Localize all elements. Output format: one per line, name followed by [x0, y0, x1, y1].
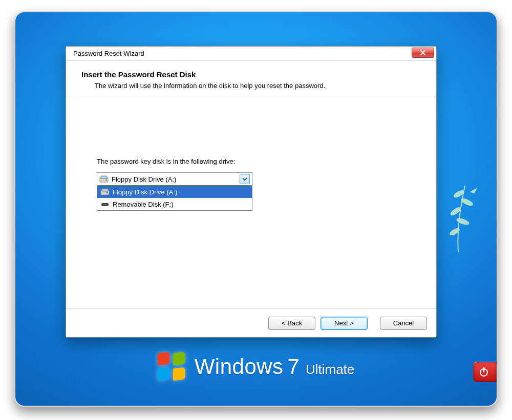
back-button[interactable]: < Back — [268, 317, 315, 330]
svg-point-0 — [449, 228, 460, 236]
next-button[interactable]: Next > — [321, 317, 368, 330]
drive-combobox-value: Floppy Disk Drive (A:) — [112, 175, 240, 183]
drive-combobox-field[interactable]: Floppy Disk Drive (A:) — [97, 172, 252, 186]
svg-point-1 — [456, 217, 469, 226]
wizard-heading: Insert the Password Reset Disk — [81, 70, 421, 79]
drive-option-floppy[interactable]: Floppy Disk Drive (A:) — [97, 186, 252, 198]
power-icon — [478, 366, 489, 378]
drive-combobox-list: Floppy Disk Drive (A:) Removable Disk (F… — [97, 186, 252, 211]
os-branding: Windows7 Ultimate — [158, 352, 355, 381]
removable-disk-icon — [100, 201, 110, 208]
cancel-button[interactable]: Cancel — [380, 317, 427, 330]
drive-option-label: Floppy Disk Drive (A:) — [113, 188, 177, 196]
windows-flag-icon — [158, 352, 186, 381]
drive-option-removable[interactable]: Removable Disk (F:) — [97, 198, 252, 210]
svg-point-2 — [450, 206, 462, 216]
wizard-description: The wizard will use the information on t… — [95, 82, 421, 90]
svg-rect-7 — [105, 180, 107, 181]
brand-version: 7 — [288, 355, 300, 379]
svg-rect-6 — [101, 176, 107, 179]
floppy-drive-icon — [99, 175, 109, 183]
wizard-footer: < Back Next > Cancel — [66, 308, 436, 337]
drive-option-label: Removable Disk (F:) — [113, 201, 173, 208]
wizard-header: Insert the Password Reset Disk The wizar… — [66, 61, 436, 97]
floppy-drive-icon — [100, 188, 110, 195]
window-title: Password Reset Wizard — [73, 50, 144, 57]
decoration-plant — [430, 170, 486, 252]
svg-point-3 — [460, 197, 473, 206]
wizard-body: The password key disk is in the followin… — [66, 97, 436, 308]
chevron-down-icon[interactable] — [240, 174, 250, 184]
svg-rect-10 — [106, 192, 108, 193]
brand-name: Windows — [195, 355, 284, 379]
brand-edition: Ultimate — [306, 362, 354, 378]
svg-rect-12 — [102, 204, 108, 206]
close-icon — [420, 50, 426, 56]
power-button[interactable] — [473, 362, 497, 382]
title-bar[interactable]: Password Reset Wizard — [66, 47, 436, 61]
password-reset-wizard-window: Password Reset Wizard Insert the Passwor… — [66, 46, 437, 338]
drive-combobox[interactable]: Floppy Disk Drive (A:) Floppy Disk Drive… — [97, 172, 252, 211]
drive-prompt: The password key disk is in the followin… — [97, 158, 406, 165]
svg-point-4 — [453, 190, 464, 198]
svg-rect-9 — [102, 189, 108, 191]
desktop-wallpaper: Password Reset Wizard Insert the Passwor… — [14, 11, 498, 407]
close-button[interactable] — [412, 48, 434, 58]
